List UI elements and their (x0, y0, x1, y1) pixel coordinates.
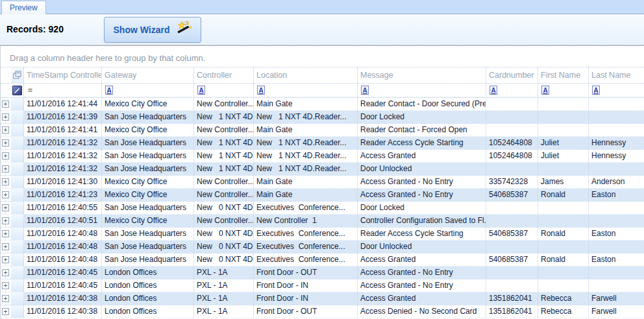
table-row[interactable]: +11/01/2016 12:40:38London OfficesPXL - … (1, 305, 644, 318)
cell[interactable] (486, 279, 538, 292)
filter-cell[interactable]: = (24, 84, 102, 97)
cell[interactable]: 1351862041 (486, 292, 538, 305)
cell[interactable] (486, 163, 538, 175)
cell[interactable]: 11/01/2016 12:40:38 (24, 305, 102, 318)
cell[interactable]: Hennessy (589, 150, 644, 162)
table-row[interactable]: +11/01/2016 12:41:23Mexico City OfficeNe… (1, 189, 644, 202)
cell[interactable]: New Controller... (194, 189, 254, 201)
cell[interactable]: Access Granted - No Entry (358, 279, 486, 292)
customize-grid-icon[interactable] (11, 67, 24, 83)
cell[interactable]: 11/01/2016 12:40:38 (24, 292, 102, 305)
cell[interactable]: 11/01/2016 12:41:39 (24, 111, 102, 123)
cell[interactable]: San Jose Headquarters (102, 241, 194, 253)
cell[interactable]: 11/01/2016 12:40:55 (24, 202, 102, 214)
group-by-drop-zone[interactable]: Drag a column header here to group by th… (10, 53, 205, 63)
expand-row-button[interactable]: + (2, 165, 9, 172)
cell[interactable]: Door Locked (358, 202, 486, 214)
cell[interactable]: Door Unlocked (358, 163, 486, 175)
cell[interactable]: San Jose Headquarters (102, 150, 194, 162)
cell[interactable]: New Controller... (194, 98, 254, 110)
cell[interactable]: Ronald (538, 228, 589, 240)
cell[interactable] (589, 111, 644, 123)
table-row[interactable]: +11/01/2016 12:40:48San Jose Headquarter… (1, 241, 644, 254)
cell[interactable]: Access Granted - No Entry (358, 176, 486, 188)
cell[interactable]: London Offices (102, 266, 194, 279)
expand-row-button[interactable]: + (2, 126, 9, 134)
cell[interactable]: 1351862041 (486, 305, 538, 318)
cell[interactable] (486, 215, 538, 227)
cell[interactable] (589, 202, 644, 214)
cell[interactable] (589, 279, 644, 292)
cell[interactable]: New Controller... (194, 176, 254, 188)
expand-row-button[interactable]: + (2, 113, 9, 121)
cell[interactable] (538, 163, 589, 175)
cell[interactable]: New 1 NXT 4D (194, 111, 254, 123)
cell[interactable]: 540685387 (486, 254, 538, 266)
cell[interactable]: Executives Conference... (254, 254, 358, 266)
cell[interactable]: Executives Conference... (254, 202, 358, 214)
tab-preview[interactable]: Preview (1, 1, 46, 14)
cell[interactable]: Access Granted - No Entry (358, 266, 486, 279)
cell[interactable]: San Jose Headquarters (102, 202, 194, 214)
filter-cell[interactable]: A (194, 84, 254, 97)
cell[interactable]: PXL - 1A (194, 292, 254, 305)
cell[interactable]: PXL - 1A (194, 266, 254, 279)
cell[interactable]: New 0 NXT 4D (194, 254, 254, 266)
table-row[interactable]: +11/01/2016 12:41:32San Jose Headquarter… (1, 163, 644, 176)
cell[interactable]: Main Gate (254, 176, 358, 188)
cell[interactable] (486, 111, 538, 123)
cell[interactable]: Main Gate (254, 189, 358, 201)
cell[interactable] (589, 215, 644, 227)
filter-cell[interactable]: A (589, 84, 644, 97)
column-header-controller[interactable]: Controller (194, 67, 254, 83)
cell[interactable]: New 0 NXT 4D (194, 228, 254, 240)
expand-row-button[interactable]: + (2, 243, 9, 250)
cell[interactable]: Reader Contact - Forced Open (358, 124, 486, 136)
cell[interactable]: Executives Conference... (254, 241, 358, 253)
expand-row-button[interactable]: + (2, 295, 9, 302)
expand-row-button[interactable]: + (2, 204, 9, 211)
cell[interactable] (538, 98, 589, 110)
cell[interactable]: Reader Access Cycle Starting (358, 228, 486, 240)
cell[interactable] (589, 98, 644, 110)
cell[interactable]: 11/01/2016 12:41:44 (24, 98, 102, 110)
cell[interactable]: New 1 NXT 4D (194, 163, 254, 175)
filter-cell[interactable]: A (538, 84, 589, 97)
column-header-cardnumber[interactable]: Cardnumber (486, 67, 538, 83)
expand-row-button[interactable]: + (2, 282, 9, 289)
cell[interactable]: Access Granted (358, 150, 486, 162)
expand-row-button[interactable]: + (2, 139, 9, 147)
cell[interactable]: Access Granted (358, 292, 486, 305)
expand-row-button[interactable]: + (2, 256, 9, 263)
table-row[interactable]: +11/01/2016 12:41:30Mexico City OfficeNe… (1, 176, 644, 189)
cell[interactable]: New 1 NXT 4D.Reader... (254, 163, 358, 175)
cell[interactable]: Easton (589, 189, 644, 201)
cell[interactable] (486, 266, 538, 279)
cell[interactable]: 11/01/2016 12:40:45 (24, 266, 102, 279)
cell[interactable]: San Jose Headquarters (102, 163, 194, 175)
table-row[interactable]: +11/01/2016 12:41:32San Jose Headquarter… (1, 137, 644, 150)
expand-row-button[interactable]: + (2, 100, 9, 108)
show-wizard-button[interactable]: Show Wizard (104, 17, 201, 43)
cell[interactable]: Farwell (589, 292, 644, 305)
column-header-message[interactable]: Message (358, 67, 486, 83)
cell[interactable]: Door Unlocked (358, 241, 486, 253)
expand-row-button[interactable]: + (2, 269, 9, 276)
cell[interactable]: 540685387 (486, 228, 538, 240)
cell[interactable]: New 1 NXT 4D.Reader... (254, 150, 358, 162)
expand-row-button[interactable]: + (2, 230, 9, 237)
cell[interactable]: Ronald (538, 189, 589, 201)
cell[interactable]: Mexico City Office (102, 215, 194, 227)
cell[interactable]: Access Granted - No Entry (358, 189, 486, 201)
cell[interactable]: 11/01/2016 12:41:41 (24, 124, 102, 136)
cell[interactable]: Main Gate (254, 124, 358, 136)
cell[interactable] (538, 215, 589, 227)
cell[interactable]: 1052464808 (486, 150, 538, 162)
cell[interactable]: San Jose Headquarters (102, 228, 194, 240)
cell[interactable]: 11/01/2016 12:40:48 (24, 228, 102, 240)
cell[interactable] (589, 124, 644, 136)
cell[interactable]: Mexico City Office (102, 124, 194, 136)
cell[interactable]: PXL - 1A (194, 305, 254, 318)
cell[interactable]: 11/01/2016 12:41:32 (24, 137, 102, 149)
cell[interactable]: Front Door - IN (254, 292, 358, 305)
